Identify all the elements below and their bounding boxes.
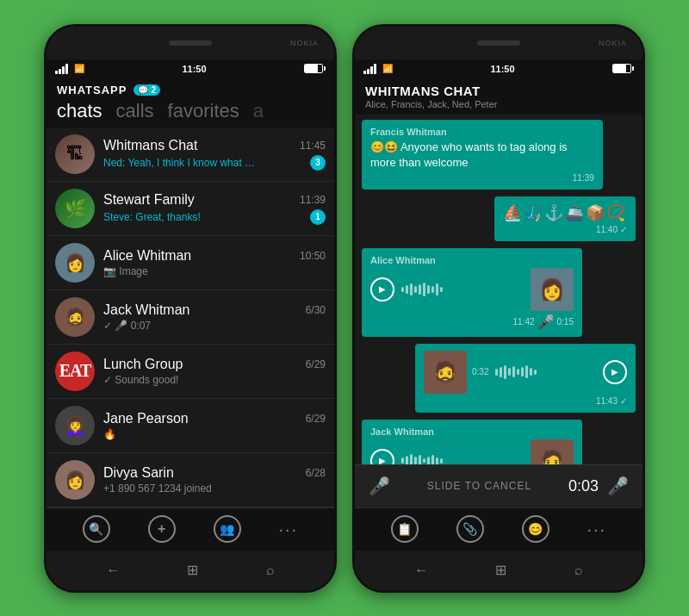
home-button[interactable]: ⊞ — [187, 562, 198, 578]
voice-duration: 0:15 — [557, 317, 574, 327]
contacts-button[interactable]: 👥 — [214, 515, 241, 543]
chat-name-row: Stewart Family 11:39 — [103, 192, 326, 208]
contact-thumbnail: 👩 — [531, 268, 574, 311]
list-item[interactable]: 👩 Divya Sarin 6/28 +1 890 567 1234 joine… — [47, 453, 334, 507]
wave-bar — [534, 370, 537, 375]
back-button[interactable]: ← — [106, 563, 120, 578]
unread-count: 3 — [310, 155, 326, 171]
chat-name: Divya Sarin — [103, 465, 174, 481]
clipboard-icon: 📋 — [397, 522, 412, 536]
play-button[interactable]: ▶ — [603, 360, 627, 384]
voice-message: 0:32 ▶ — [472, 360, 627, 384]
avatar: 🧔 — [55, 297, 95, 337]
attach-button[interactable]: 📎 — [456, 515, 484, 543]
tab-chats[interactable]: chats — [57, 100, 102, 122]
chat-info: Alice Whitman 10:50 📷 Image — [103, 248, 326, 277]
back-button-r[interactable]: ← — [414, 563, 428, 578]
chat-preview-row: ✓ Sounds good! — [103, 374, 326, 386]
battery-body — [304, 64, 323, 73]
contacts-icon: 👥 — [220, 522, 234, 536]
chat-info: Jack Whitman 6/30 ✓ 🎤 0:07 — [103, 302, 326, 332]
chat-title: WHITMANS CHAT — [365, 84, 632, 98]
list-item[interactable]: 👩‍🦱 Jane Pearson 6/29 🔥 — [47, 399, 334, 453]
chat-name: Lunch Group — [103, 357, 183, 372]
more-button[interactable]: ··· — [278, 520, 298, 539]
signal-bar-3 — [370, 66, 373, 74]
more-button-right[interactable]: ··· — [587, 520, 606, 539]
phone-top-right: NOKIA — [355, 27, 642, 59]
list-item[interactable]: 🌿 Stewart Family 11:39 Steve: Great, tha… — [47, 182, 334, 236]
play-button[interactable]: ▶ — [370, 277, 394, 302]
phone-top-left: NOKIA — [47, 27, 334, 59]
list-item[interactable]: 🏗 Whitmans Chat 11:45 Ned: Yeah, I think… — [47, 128, 334, 182]
home-button-r[interactable]: ⊞ — [495, 562, 506, 578]
chat-time: 11:45 — [300, 140, 326, 152]
wave-bar — [512, 366, 515, 377]
wave-bar — [436, 283, 438, 296]
avatar: EAT — [55, 352, 95, 391]
chat-preview: Ned: Yeah, I think I know what you... — [103, 157, 258, 169]
wave-bar — [423, 283, 425, 296]
tab-favorites[interactable]: favorites — [168, 100, 239, 122]
bottom-toolbar-right: 📋 📎 😊 ··· — [355, 507, 642, 551]
new-chat-button[interactable]: + — [148, 515, 176, 543]
chat-preview-row: +1 890 567 1234 joined — [103, 482, 326, 495]
wave-bar — [419, 455, 421, 464]
msg-emoji: ⛵🎣⚓🚢📦📿 — [503, 203, 627, 222]
speech-bubble-icon: 💬 — [138, 85, 148, 95]
voice-waveform — [495, 364, 596, 381]
chat-time: 6/29 — [306, 358, 326, 370]
search-hw-button-r[interactable]: ⌕ — [574, 563, 583, 578]
wave-bar — [436, 457, 438, 464]
wave-bar — [504, 365, 506, 379]
msg-time-row: 11:39 — [370, 173, 594, 183]
chat-preview: +1 890 567 1234 joined — [103, 482, 212, 495]
msg-text: 😊😆 Anyone who wants to tag along is more… — [370, 140, 594, 171]
recording-time: 0:03 — [568, 477, 599, 495]
chat-info: Stewart Family 11:39 Steve: Great, thank… — [103, 192, 326, 225]
signal-bar-4 — [65, 64, 68, 74]
unread-badge: 💬 2 — [133, 84, 160, 96]
clipboard-button[interactable]: 📋 — [391, 515, 419, 543]
message-bubble: Francis Whitman 😊😆 Anyone who wants to t… — [362, 120, 603, 190]
msg-with-thumb: ▶ � — [370, 439, 574, 464]
avatar: 🏗 — [55, 134, 95, 174]
signal-bars-r — [363, 64, 376, 74]
tab-more[interactable]: a — [253, 100, 264, 122]
wave-bar — [495, 369, 498, 376]
wave-bar — [500, 367, 502, 377]
wifi-icon-r: 📶 — [382, 64, 393, 73]
chat-preview: ✓ Sounds good! — [103, 374, 178, 386]
message-bubble: Jack Whitman ▶ — [362, 420, 582, 464]
plus-icon: + — [158, 521, 165, 537]
chat-preview: Steve: Great, thanks! — [103, 211, 201, 223]
wave-bar — [410, 454, 413, 464]
search-button[interactable]: 🔍 — [83, 515, 110, 543]
chat-preview: 📷 Image — [103, 265, 148, 277]
list-item[interactable]: EAT Lunch Group 6/29 ✓ Sounds good! — [47, 345, 334, 399]
nav-tabs[interactable]: chats calls favorites a — [57, 96, 324, 124]
contact-thumbnail: 🧔 — [531, 439, 574, 464]
screen-right: 📶 11:50 WHITMANS CHAT Alice, Francis, Ja… — [355, 59, 642, 551]
status-bar-right: 📶 11:50 — [355, 59, 642, 78]
avatar: 👩‍🦱 — [55, 406, 95, 445]
list-item[interactable]: 🧔 Jack Whitman 6/30 ✓ 🎤 0:07 — [47, 290, 334, 345]
msg-with-thumb: 🧔 0:32 — [424, 351, 627, 394]
search-hw-button[interactable]: ⌕ — [266, 563, 275, 578]
list-item[interactable]: 👩 Alice Whitman 10:50 📷 Image — [47, 236, 334, 290]
chat-preview-row: 📷 Image — [103, 265, 326, 277]
wave-bar — [423, 458, 425, 463]
chat-list: 🏗 Whitmans Chat 11:45 Ned: Yeah, I think… — [47, 128, 334, 507]
battery-fill — [305, 65, 318, 72]
msg-time: 11:42 — [513, 317, 535, 327]
emoji-button[interactable]: 😊 — [522, 515, 549, 543]
play-button[interactable]: ▶ — [370, 449, 394, 464]
unread-count: 1 — [310, 209, 326, 225]
wave-bar — [406, 456, 408, 464]
status-bar-left: 📶 11:50 — [47, 59, 334, 78]
chat-info: Jane Pearson 6/29 🔥 — [103, 411, 326, 440]
tab-calls[interactable]: calls — [116, 100, 154, 122]
wave-bar — [530, 368, 532, 376]
recording-bar: 🎤 SLIDE TO CANCEL 0:03 🎤 — [355, 464, 642, 507]
battery-tip-r — [632, 66, 634, 71]
